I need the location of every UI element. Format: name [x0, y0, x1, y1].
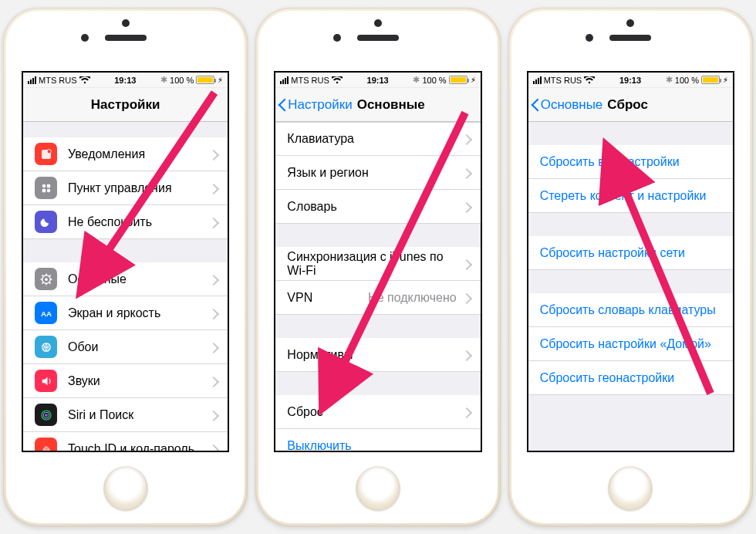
- erase-all-content[interactable]: Стереть контент и настройки: [528, 179, 733, 213]
- home-button[interactable]: [608, 466, 653, 511]
- chevron-right-icon: [210, 149, 216, 160]
- row-label: Экран и яркость: [68, 306, 210, 320]
- nav-bar: Основные Сброс: [528, 88, 733, 122]
- general-row-keyboard[interactable]: Клавиатура: [275, 122, 480, 156]
- back-button[interactable]: Настройки: [275, 97, 352, 113]
- row-label: Обои: [68, 340, 210, 354]
- page-title: Основные: [357, 97, 425, 113]
- row-label: Клавиатура: [287, 132, 462, 146]
- settings-row-general[interactable]: Основные: [23, 262, 228, 296]
- sounds-icon: [35, 370, 57, 392]
- svg-line-14: [42, 282, 43, 284]
- settings-row-sounds[interactable]: Звуки: [23, 364, 228, 398]
- phone-reset: MTS RUS 19:13 ✱ 100 % ⚡︎ Основные Сброс …: [508, 8, 753, 526]
- bluetooth-icon: ✱: [413, 75, 420, 85]
- reset-keyboard-dictionary[interactable]: Сбросить словарь клавиатуры: [528, 293, 733, 327]
- settings-row-control-center[interactable]: Пункт управления: [23, 171, 228, 205]
- wifi-icon: [584, 76, 595, 84]
- chevron-right-icon: [210, 410, 216, 421]
- row-label: Сброс: [287, 405, 462, 419]
- reset-network-settings[interactable]: Сбросить настройки сети: [528, 236, 733, 270]
- chevron-right-icon: [210, 308, 216, 319]
- touchid-icon: [35, 438, 57, 452]
- battery-icon: [701, 76, 720, 84]
- carrier-label: MTS RUS: [291, 76, 329, 85]
- status-bar: MTS RUS 19:13 ✱ 100 % ⚡︎: [23, 73, 228, 88]
- battery-percent: 100 %: [675, 76, 699, 85]
- carrier-label: MTS RUS: [39, 76, 77, 85]
- reset-location-privacy[interactable]: Сбросить геонастройки: [528, 361, 733, 395]
- home-button[interactable]: [103, 466, 148, 511]
- svg-point-7: [45, 278, 48, 281]
- row-label: Уведомления: [68, 147, 210, 161]
- row-label: Выключить: [287, 439, 468, 453]
- chevron-right-icon: [210, 342, 216, 353]
- general-row-reset[interactable]: Сброс: [275, 395, 480, 429]
- svg-text:AA: AA: [40, 309, 51, 317]
- charging-icon: ⚡︎: [218, 76, 223, 84]
- chevron-right-icon: [463, 292, 469, 303]
- carrier-label: MTS RUS: [544, 76, 582, 85]
- settings-row-wallpaper[interactable]: Обои: [23, 330, 228, 364]
- page-title: Настройки: [23, 97, 228, 113]
- notifications-icon: [35, 143, 57, 165]
- svg-point-23: [45, 414, 48, 417]
- general-row-shutdown[interactable]: Выключить: [275, 429, 480, 452]
- settings-row-dnd[interactable]: Не беспокоить: [23, 205, 228, 239]
- general-row-vpn[interactable]: VPN Не подключено: [275, 281, 480, 315]
- display-icon: AA: [35, 302, 57, 324]
- reset-home-layout[interactable]: Сбросить настройки «Домой»: [528, 327, 733, 361]
- siri-icon: [35, 404, 57, 426]
- row-label: Siri и Поиск: [68, 408, 210, 422]
- row-label: Язык и регион: [287, 166, 462, 180]
- row-label: Сбросить геонастройки: [540, 371, 721, 385]
- general-row-language[interactable]: Язык и регион: [275, 156, 480, 190]
- screen-general: MTS RUS 19:13 ✱ 100 % ⚡︎ Настройки Основ…: [274, 71, 481, 452]
- general-row-regulatory[interactable]: Нормативы: [275, 338, 480, 372]
- phone-general: MTS RUS 19:13 ✱ 100 % ⚡︎ Настройки Основ…: [255, 8, 500, 526]
- row-label: Словарь: [287, 200, 462, 214]
- row-label: Сбросить настройки сети: [540, 246, 721, 260]
- chevron-right-icon: [463, 407, 469, 417]
- status-bar: MTS RUS 19:13 ✱ 100 % ⚡︎: [528, 73, 733, 88]
- signal-bars-icon: [280, 76, 289, 84]
- settings-row-touchid[interactable]: Touch ID и код-пароль: [23, 432, 228, 452]
- settings-row-siri[interactable]: Siri и Поиск: [23, 398, 228, 432]
- row-label: Стереть контент и настройки: [540, 189, 721, 203]
- settings-row-display[interactable]: AA Экран и яркость: [23, 296, 228, 330]
- back-button[interactable]: Основные: [528, 97, 603, 113]
- wallpaper-icon: [35, 336, 57, 358]
- battery-icon: [196, 76, 214, 84]
- svg-point-5: [46, 188, 50, 192]
- status-bar: MTS RUS 19:13 ✱ 100 % ⚡︎: [275, 73, 480, 88]
- chevron-right-icon: [210, 444, 216, 453]
- row-label: Пункт управления: [68, 181, 210, 195]
- charging-icon: ⚡︎: [723, 76, 728, 84]
- chevron-right-icon: [463, 134, 469, 144]
- wifi-icon: [332, 76, 343, 84]
- dnd-icon: [35, 211, 57, 233]
- general-row-dictionary[interactable]: Словарь: [275, 190, 480, 224]
- reset-all-settings[interactable]: Сбросить все настройки: [528, 145, 733, 179]
- svg-point-1: [47, 149, 51, 153]
- bluetooth-icon: ✱: [160, 75, 167, 85]
- nav-bar: Настройки: [23, 88, 228, 122]
- back-label: Основные: [541, 97, 603, 113]
- general-icon: [35, 268, 57, 290]
- clock-label: 19:13: [619, 76, 641, 85]
- svg-point-2: [42, 184, 46, 188]
- chevron-right-icon: [210, 274, 216, 285]
- general-row-itunes-sync[interactable]: Синхронизация с iTunes по Wi-Fi: [275, 247, 480, 281]
- row-label: Звуки: [68, 374, 210, 388]
- row-label: Touch ID и код-пароль: [68, 442, 210, 453]
- screen-settings: MTS RUS 19:13 ✱ 100 % ⚡︎ Настройки: [22, 71, 229, 452]
- settings-row-notifications[interactable]: Уведомления: [23, 137, 228, 171]
- chevron-right-icon: [210, 376, 216, 387]
- row-label: Сбросить настройки «Домой»: [540, 337, 721, 351]
- battery-percent: 100 %: [170, 76, 194, 85]
- svg-point-18: [45, 346, 47, 348]
- phone-settings: MTS RUS 19:13 ✱ 100 % ⚡︎ Настройки: [3, 8, 248, 526]
- home-button[interactable]: [356, 466, 400, 511]
- chevron-right-icon: [210, 183, 216, 194]
- signal-bars-icon: [533, 76, 542, 84]
